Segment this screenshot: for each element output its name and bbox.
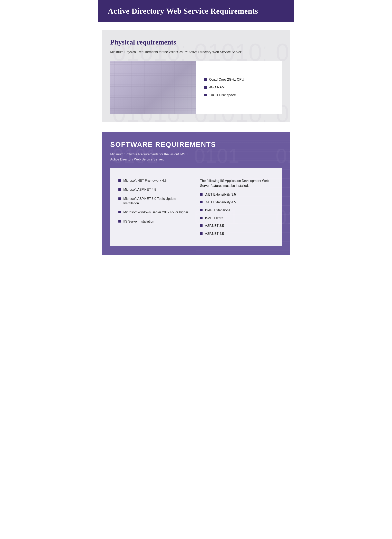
physical-specs-list: Quad Core 2GHz CPU 4GB RAM 10GB Disk spa… [204,77,274,97]
iis-feature-text: ISAPI Filters [205,216,223,220]
page-title: Active Directory Web Service Requirement… [108,6,284,15]
software-section-title: SOFTWARE REQUIREMENTS [110,140,282,149]
software-intro-text: Minimum Software Requirements for the vi… [110,152,192,162]
bullet-icon [200,209,203,211]
software-requirements-list: Microsoft.NET Framework 4.5 Microsoft AS… [118,178,192,224]
physical-content-area: Quad Core 2GHz CPU 4GB RAM 10GB Disk spa… [110,61,282,114]
iis-feature-text: .NET Extensibility 3.5 [205,192,236,197]
physical-image [110,61,196,114]
bullet-icon [200,201,203,203]
requirement-text: Microsoft Windows Server 2012 R2 or high… [123,210,188,215]
list-item: Microsoft ASP.NET 3.0 Tools Update Insta… [118,197,192,206]
software-requirements-section: SOFTWARE REQUIREMENTS Minimum Software R… [102,132,290,255]
bullet-icon [200,232,203,235]
list-item: ISAPI Filters [200,216,274,220]
software-right-column: The following IIS Application Developmen… [200,178,274,236]
bullet-icon [118,220,121,222]
list-item: ASP.NET 3.5 [200,224,274,228]
spec-item-text: 4GB RAM [209,85,225,89]
bullet-icon [200,217,203,219]
list-item: Microsoft.NET Framework 4.5 [118,178,192,183]
requirement-text: Microsoft.NET Framework 4.5 [123,178,167,183]
bullet-icon [204,78,207,81]
bullet-icon [200,193,203,196]
list-item: IIS Server installation [118,219,192,224]
iis-feature-text: ISAPI Extensions [205,208,230,212]
bullet-icon [118,197,121,200]
page-header: Active Directory Web Service Requirement… [98,0,294,22]
iis-features-list: .NET Extensibility 3.5 .NET Extensibilit… [200,192,274,236]
requirement-text: Microsoft ASP.NET 4.5 [123,188,156,192]
bullet-icon [118,188,121,191]
bullet-icon [204,86,207,89]
physical-specs-box: Quad Core 2GHz CPU 4GB RAM 10GB Disk spa… [196,61,282,114]
physical-section-title: Physical requirements [110,38,282,46]
iis-feature-text: .NET Extensibility 4.5 [205,200,236,205]
bullet-icon [118,211,121,213]
bullet-icon [200,224,203,227]
list-item: 4GB RAM [204,85,274,89]
iis-feature-text: ASP.NET 3.5 [205,224,224,228]
bullet-icon [118,179,121,182]
software-left-column: Microsoft.NET Framework 4.5 Microsoft AS… [118,178,192,236]
requirement-text: IIS Server installation [123,219,154,224]
list-item: ASP.NET 4.5 [200,231,274,236]
physical-intro-text: Minimum Physical Requirements for the vi… [110,49,282,55]
list-item: Quad Core 2GHz CPU [204,77,274,82]
list-item: 10GB Disk space [204,93,274,97]
software-content-box: Microsoft.NET Framework 4.5 Microsoft AS… [110,168,282,246]
requirement-text: Microsoft ASP.NET 3.0 Tools Update Insta… [123,197,192,206]
physical-requirements-section: Physical requirements Minimum Physical R… [102,30,290,122]
spec-item-text: 10GB Disk space [209,93,236,97]
list-item: ISAPI Extensions [200,208,274,212]
list-item: .NET Extensibility 4.5 [200,200,274,205]
iis-description-text: The following IIS Application Developmen… [200,178,274,188]
list-item: Microsoft ASP.NET 4.5 [118,188,192,192]
spec-item-text: Quad Core 2GHz CPU [209,77,244,82]
list-item: Microsoft Windows Server 2012 R2 or high… [118,210,192,215]
bullet-icon [204,94,207,96]
list-item: .NET Extensibility 3.5 [200,192,274,197]
iis-feature-text: ASP.NET 4.5 [205,231,224,236]
